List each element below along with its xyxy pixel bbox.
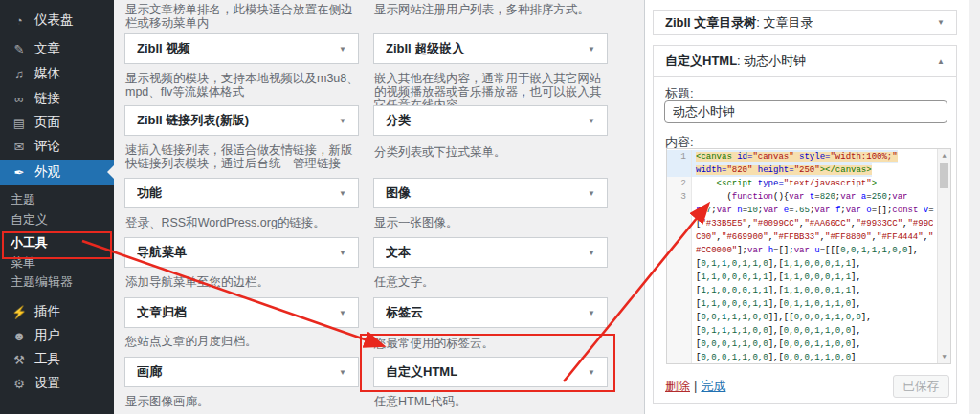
sidebar-item-label: 设置 (34, 375, 60, 392)
sidebar-item-label: 页面 (34, 114, 60, 131)
chevron-down-icon[interactable]: ▼ (588, 368, 595, 377)
custom-html-widget-header[interactable]: 自定义HTML: 动态小时钟 ▲ (654, 46, 956, 77)
widget-description: 显示视频的模块，支持本地视频以及m3u8、mpd、flv等流媒体格式 (125, 72, 359, 98)
widget-toc-tree-card[interactable]: Zibll 文章目录树: 文章目录 ▼ (653, 10, 957, 35)
available-widget-col1-2[interactable]: 功能▼ (124, 178, 359, 208)
code-token: var (814, 206, 830, 215)
sidebar-item-dashboard[interactable]: ◔仪表盘 (0, 8, 114, 33)
sidebar-subitem-theme-editor[interactable]: 主题编辑器 (0, 272, 114, 292)
chevron-down-icon[interactable]: ▼ (588, 45, 595, 54)
widget-description: 分类列表或下拉式菜单。 (374, 145, 608, 159)
code-token: ] (851, 353, 856, 362)
code-token: ], (851, 299, 861, 309)
available-widget-col2-0[interactable]: Zibll 超级嵌入▼ (373, 33, 608, 64)
chevron-down-icon[interactable]: ▼ (588, 309, 595, 317)
code-text: [0,1,1,1,1,0,0],[0,0,0,1,1,0,0], (692, 324, 861, 338)
available-widget-col2-2[interactable]: 图像▼ (373, 178, 608, 208)
html-code-editor[interactable]: 1<canvas id="canvas" style="width:100%;"… (666, 148, 951, 364)
posts-icon: ✎ (10, 42, 29, 56)
code-token: ],[ (768, 272, 784, 282)
sidebar-item-settings[interactable]: ⚙设置 (0, 371, 114, 396)
editor-scrollbar[interactable]: ▲ ▼ (937, 149, 950, 363)
code-token: var (794, 246, 810, 255)
chevron-down-icon[interactable]: ▼ (339, 249, 346, 257)
widget-name: 自定义HTML (665, 53, 737, 70)
chevron-down-icon[interactable]: ▼ (937, 18, 945, 27)
sidebar-item-users[interactable]: ☻用户 (0, 323, 114, 348)
sidebar-subitem-widgets[interactable]: 小工具 (0, 232, 114, 252)
chevron-down-icon[interactable]: ▼ (339, 368, 346, 377)
available-widget-col2-1[interactable]: 分类▼ (373, 105, 608, 136)
sidebar-item-comments[interactable]: ✉评论 (0, 134, 114, 159)
sidebar-item-label: 媒体 (34, 65, 60, 82)
sidebar-subitem-themes[interactable]: 主题 (0, 189, 114, 209)
links-icon: ∞ (10, 92, 29, 106)
code-line: [0,1,1,1,1,0,0],[0,0,0,1,1,0,0], (667, 324, 937, 338)
sidebar-subitem-menus[interactable]: 菜单 (0, 252, 114, 272)
available-widget-col2-3[interactable]: 文本▼ (373, 237, 608, 268)
done-link[interactable]: 完成 (701, 379, 725, 393)
code-token: "#AA66CC" (804, 219, 851, 229)
code-token: .65 (794, 206, 810, 215)
code-token: var (840, 192, 856, 202)
code-token: 1,1,0,0,0,1,1 (701, 272, 768, 282)
chevron-down-icon[interactable]: ▼ (339, 189, 346, 198)
widget-description: 显示图像画廊。 (125, 395, 359, 408)
code-text: r=7;var n=10;var e=.65;var f;var o=[];co… (692, 204, 934, 217)
code-line: [0,0,0,1,1,0,0],[0,0,0,1,1,0,0], (667, 338, 937, 351)
available-widget-col1-0[interactable]: Zibll 视频▼ (124, 33, 359, 64)
saved-button[interactable]: 已保存 (893, 375, 950, 398)
available-widget-title: 文本 (386, 244, 588, 261)
code-token: h (763, 246, 773, 255)
available-widget-col2-4[interactable]: 标签云▼ (373, 297, 608, 328)
scroll-down-icon[interactable]: ▼ (938, 351, 950, 362)
available-widget-title: Zibll 超级嵌入 (386, 40, 588, 57)
available-widget-col1-5[interactable]: 画廊▼ (124, 357, 359, 387)
chevron-up-icon[interactable]: ▲ (937, 57, 945, 66)
code-text: [1,1,0,0,0,1,1],[1,1,0,0,0,1,1], (692, 284, 861, 297)
code-text: (function(){var t=820;var a=250;var (692, 190, 908, 204)
plugins-icon: ⚡ (10, 305, 29, 319)
code-token: ],[ (768, 259, 784, 269)
available-widget-title: 分类 (386, 112, 588, 129)
code-token: C00" (696, 232, 717, 242)
available-widget-title: 画廊 (137, 363, 339, 381)
delete-link[interactable]: 删除 (665, 379, 690, 393)
available-widget-col1-4[interactable]: 文章归档▼ (124, 297, 359, 328)
code-text: width="820" height="250"></canvas> (692, 163, 872, 177)
code-token: "#FFBB33" (773, 232, 820, 242)
sidebar-item-tools[interactable]: ⚒工具 (0, 347, 114, 372)
code-token: ], (851, 272, 861, 282)
sidebar-item-posts[interactable]: ✎文章 (0, 36, 114, 61)
sidebar-subitem-customize[interactable]: 自定义 (0, 209, 114, 229)
sidebar-item-links[interactable]: ∞链接 (0, 86, 114, 111)
sidebar-item-media[interactable]: ♫媒体 (0, 61, 114, 86)
code-token: ],[ (768, 353, 784, 362)
code-token: const (892, 206, 918, 215)
chevron-down-icon[interactable]: ▼ (339, 117, 346, 125)
code-token: 820 (820, 192, 835, 202)
code-token: "#99C (907, 219, 933, 229)
code-line: [1,1,0,0,0,1,1],[0,1,1,0,1,1,0], (667, 297, 937, 311)
widget-title-input[interactable] (664, 100, 947, 123)
dashboard-icon: ◔ (10, 13, 29, 28)
code-token: ], (851, 326, 861, 336)
chevron-down-icon[interactable]: ▼ (339, 309, 346, 317)
available-widget-title: 文章归档 (137, 304, 339, 321)
chevron-down-icon[interactable]: ▼ (588, 189, 595, 198)
chevron-down-icon[interactable]: ▼ (339, 45, 346, 54)
sidebar-item-plugins[interactable]: ⚡插件 (0, 299, 114, 324)
available-widget-col2-5[interactable]: 自定义HTML▼ (373, 357, 608, 387)
chevron-down-icon[interactable]: ▼ (588, 117, 595, 125)
widget-description: 速插入链接列表，很适合做友情链接，新版快链接列表模块，通过后台统一管理链接 (125, 143, 359, 170)
available-widget-col1-3[interactable]: 导航菜单▼ (124, 237, 359, 268)
available-widget-col1-1[interactable]: Zibll 链接列表(新版)▼ (124, 105, 359, 136)
sidebar-item-pages[interactable]: ▤页面 (0, 110, 114, 135)
code-token: ], (908, 246, 919, 255)
chevron-down-icon[interactable]: ▼ (588, 249, 595, 257)
code-token: e (778, 206, 789, 215)
code-token: style= (794, 152, 831, 162)
scroll-up-icon[interactable]: ▲ (938, 150, 950, 162)
scrollbar-thumb[interactable] (940, 163, 948, 188)
sidebar-item-appearance[interactable]: ✒外观 (0, 160, 114, 185)
